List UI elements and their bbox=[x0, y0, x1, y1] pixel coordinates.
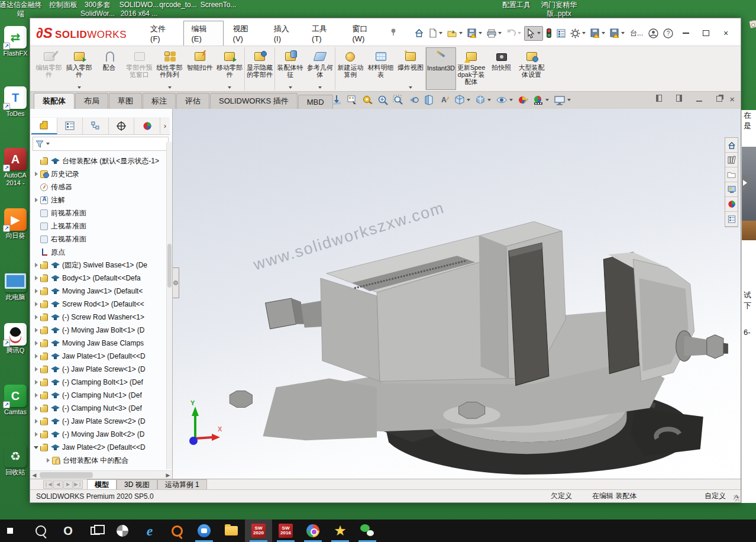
desktop-item-label[interactable]: ScreenTo... bbox=[195, 1, 241, 9]
tree-item[interactable]: 传感器 bbox=[31, 180, 172, 193]
command-tab[interactable]: 布局 bbox=[75, 93, 108, 109]
expand-arrow-icon[interactable] bbox=[33, 172, 40, 176]
expand-arrow-icon[interactable] bbox=[33, 446, 40, 449]
toolbar-button[interactable]: 新建运动算例 bbox=[335, 47, 366, 90]
desktop-icon[interactable]: ⇄↗ FlashFX bbox=[0, 26, 31, 57]
desktop-icon[interactable]: C↗ Camtas bbox=[0, 385, 31, 416]
doc-minimize-icon[interactable] bbox=[689, 95, 702, 104]
toolbar-button[interactable]: 插入零部件 bbox=[64, 47, 94, 90]
tree-vertical-scrollbar[interactable] bbox=[166, 142, 172, 469]
tab-appearances[interactable] bbox=[134, 118, 160, 134]
menu-item[interactable]: 插入(I) bbox=[267, 21, 302, 46]
taskpane-appearances-icon[interactable] bbox=[725, 197, 738, 212]
taskbar-item[interactable]: ★ bbox=[327, 520, 354, 542]
toolbar-button[interactable]: 智能扣件 bbox=[185, 47, 215, 90]
zoom-fit-icon[interactable] bbox=[376, 93, 390, 107]
tree-item[interactable]: 历史记录 bbox=[31, 167, 172, 180]
toolbar-dropdown-caret[interactable] bbox=[77, 86, 81, 89]
prev-tab-icon[interactable]: ◀ bbox=[53, 480, 63, 489]
new-dropdown-caret[interactable] bbox=[439, 32, 442, 34]
options-button[interactable] bbox=[568, 27, 587, 40]
expand-arrow-icon[interactable] bbox=[33, 328, 40, 333]
toolbar-button[interactable]: 更新Speedpak子装配体 bbox=[456, 47, 486, 90]
maximize-button[interactable] bbox=[696, 25, 716, 41]
filter-caret[interactable] bbox=[46, 143, 50, 145]
command-tab[interactable]: 标注 bbox=[143, 93, 176, 109]
taskpane-library-icon[interactable] bbox=[725, 153, 738, 167]
tree-item[interactable]: (-) Moving Jaw Bolt<2> (D bbox=[31, 428, 172, 441]
expand-arrow-icon[interactable] bbox=[33, 432, 40, 437]
new-document-button[interactable] bbox=[427, 27, 444, 40]
toolbar-button[interactable]: 显示隐藏的零部件 bbox=[245, 47, 275, 90]
expand-arrow-icon[interactable] bbox=[33, 367, 40, 372]
tree-item[interactable]: (-) Clamping Bolt<1> (Def bbox=[31, 376, 172, 389]
toolbar-button[interactable]: 线性零部件阵列 bbox=[154, 47, 185, 90]
expand-arrow-icon[interactable] bbox=[33, 393, 40, 398]
preview-window-icon[interactable] bbox=[345, 93, 359, 107]
hide-show-items-icon[interactable] bbox=[494, 94, 515, 106]
toolbar-dropdown-caret[interactable] bbox=[289, 86, 292, 89]
account-icon[interactable] bbox=[647, 27, 660, 40]
command-tab[interactable]: MBD bbox=[298, 95, 333, 109]
menu-item[interactable]: 窗口(W) bbox=[345, 21, 386, 46]
toolbar-button[interactable]: 移动零部件 bbox=[215, 47, 245, 90]
tree-item[interactable]: Moving Jaw<1> (Default< bbox=[31, 285, 172, 298]
open-dropdown-caret[interactable] bbox=[459, 32, 463, 34]
expand-arrow-icon[interactable] bbox=[33, 341, 40, 346]
toolbar-button[interactable]: 大型装配体设置 bbox=[516, 47, 547, 90]
command-tab[interactable]: 草图 bbox=[109, 93, 142, 109]
toolbar-dropdown-caret[interactable] bbox=[409, 86, 412, 89]
edit-appearance-icon[interactable] bbox=[516, 93, 530, 107]
select-tool-button[interactable] bbox=[524, 26, 543, 41]
display-style-icon[interactable] bbox=[473, 93, 493, 107]
tree-item[interactable]: 右视基准面 bbox=[31, 233, 172, 246]
graphics-viewport[interactable]: www.solidworkszxw.com bbox=[173, 109, 741, 479]
doc-close-icon[interactable]: × bbox=[729, 94, 735, 104]
tree-item[interactable]: Moving Jaw Base Clamps bbox=[31, 337, 172, 350]
tree-item[interactable]: 注解 bbox=[31, 193, 172, 207]
expand-arrow-icon[interactable] bbox=[33, 276, 40, 280]
desktop-item-label[interactable]: qrcode_to... bbox=[155, 1, 201, 9]
taskbar-item[interactable] bbox=[163, 520, 190, 542]
toolbar-dropdown-caret[interactable] bbox=[168, 86, 172, 89]
expand-arrow-icon[interactable] bbox=[33, 406, 40, 411]
toolbar-button[interactable]: 装配体特征 bbox=[275, 47, 305, 90]
select-dropdown-caret[interactable] bbox=[537, 32, 541, 34]
tree-item[interactable]: Jaw Plate<2> (Default<<D bbox=[31, 441, 172, 454]
next-tab-icon[interactable]: ▶ bbox=[63, 480, 73, 489]
tree-item[interactable]: (-) Jaw Plate Screw<2> (D bbox=[31, 415, 172, 428]
save-warn-button-3[interactable] bbox=[608, 27, 626, 40]
toolbar-button[interactable]: 配合 bbox=[94, 47, 124, 90]
taskbar-item[interactable] bbox=[218, 520, 245, 542]
annotation-view-icon[interactable]: A bbox=[437, 93, 451, 107]
toolbar-button[interactable]: 零部件预览窗口 bbox=[124, 47, 154, 90]
tree-item[interactable]: 台钳装配体 中的配合 bbox=[31, 454, 172, 467]
desktop-icon[interactable]: T↗ ToDes bbox=[0, 86, 31, 118]
desktop-item-label[interactable]: 配置工具 bbox=[493, 1, 539, 9]
tab-dimxpert[interactable] bbox=[109, 118, 135, 134]
previous-view-icon[interactable] bbox=[406, 93, 421, 107]
menu-item[interactable]: 视图(V) bbox=[226, 21, 264, 46]
last-tab-icon[interactable]: ▶❘ bbox=[73, 480, 83, 489]
taskpane-view-palette-icon[interactable] bbox=[725, 182, 738, 197]
taskbar-item[interactable] bbox=[0, 520, 27, 542]
taskbar-item[interactable]: SW 2020 bbox=[245, 520, 272, 542]
expand-arrow-icon[interactable] bbox=[33, 198, 40, 202]
resize-grip[interactable] bbox=[734, 495, 739, 501]
bottom-tab[interactable]: 模型 bbox=[87, 479, 117, 489]
expand-arrow-icon[interactable] bbox=[33, 419, 40, 424]
measure-icon[interactable] bbox=[360, 93, 374, 107]
print-dropdown-caret[interactable] bbox=[498, 32, 502, 34]
tree-item[interactable]: Body<1> (Default<<Defa bbox=[31, 272, 172, 285]
tree-item[interactable]: Screw Rod<1> (Default<< bbox=[31, 298, 172, 311]
minimize-button[interactable] bbox=[676, 25, 696, 41]
toolbar-button[interactable]: 参考几何体 bbox=[305, 47, 335, 90]
taskbar-item[interactable] bbox=[299, 520, 327, 542]
toolbar-button[interactable]: 编辑零部件 bbox=[34, 47, 64, 90]
taskpane-explorer-icon[interactable] bbox=[725, 167, 738, 182]
save-dropdown-caret[interactable] bbox=[479, 32, 482, 34]
desktop-icon[interactable]: ↗ 腾讯Q bbox=[0, 323, 31, 354]
apply-scene-icon[interactable] bbox=[531, 93, 551, 107]
view-settings-icon[interactable] bbox=[552, 94, 573, 107]
tree-item[interactable]: (-) Screw Rod Washer<1> bbox=[31, 311, 172, 324]
